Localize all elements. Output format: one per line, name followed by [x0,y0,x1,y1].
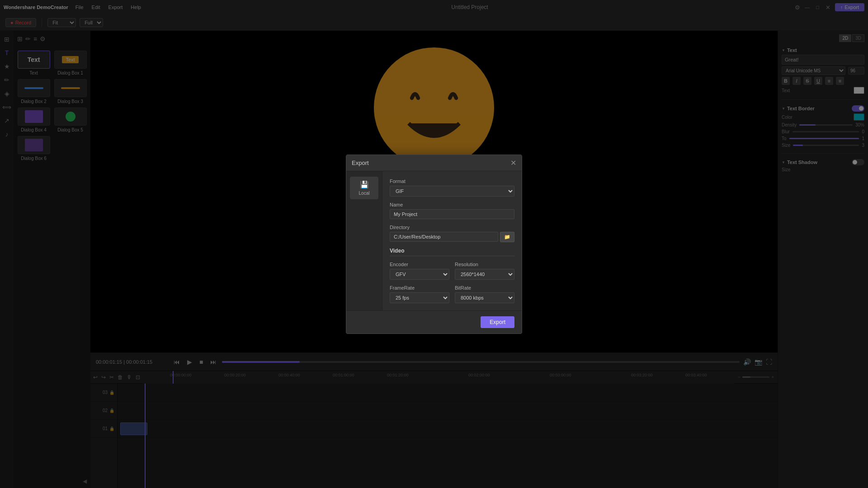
bitrate-label: BitRate [455,285,514,291]
modal-close-button[interactable]: ✕ [510,159,516,167]
modal-tab-local-label: Local [359,191,370,196]
framerate-bitrate-row: FrameRate 25 fps30 fps60 fps BitRate 800… [390,285,514,303]
directory-label: Directory [390,225,514,230]
resolution-select[interactable]: 2560*14401920*10801280*720 [455,269,514,280]
modal-header: Export ✕ [346,155,522,171]
framerate-label: FrameRate [390,285,449,291]
framerate-select[interactable]: 25 fps30 fps60 fps [390,292,449,303]
export-button[interactable]: Export [481,316,514,328]
directory-group: Directory 📁 [390,225,514,242]
bitrate-group: BitRate 8000 kbps4000 kbps12000 kbps [455,285,514,303]
modal-title: Export [352,160,369,166]
format-select[interactable]: GIF MP4MOVAVI [390,186,514,197]
resolution-label: Resolution [455,262,514,267]
framerate-group: FrameRate 25 fps30 fps60 fps [390,285,449,303]
video-section-title: Video [390,248,514,256]
name-group: Name [390,202,514,219]
directory-row: 📁 [390,232,514,242]
modal-content: Format GIF MP4MOVAVI Name Directory [382,171,522,310]
name-label: Name [390,202,514,207]
modal-footer: Export [346,310,522,333]
modal-body: 💾 Local Format GIF MP4MOVAVI Name [346,171,522,310]
name-input[interactable] [390,209,514,219]
encoder-select[interactable]: GFVH.264H.265 [390,269,449,280]
encoder-label: Encoder [390,262,449,267]
modal-sidebar: 💾 Local [346,171,382,310]
directory-input[interactable] [390,232,498,242]
encoder-resolution-row: Encoder GFVH.264H.265 Resolution 2560*14… [390,262,514,280]
resolution-group: Resolution 2560*14401920*10801280*720 [455,262,514,280]
export-modal: Export ✕ 💾 Local Format GIF MP4MOVAVI [346,155,522,334]
modal-tab-local[interactable]: 💾 Local [350,177,378,199]
browse-button[interactable]: 📁 [500,232,514,242]
bitrate-select[interactable]: 8000 kbps4000 kbps12000 kbps [455,292,514,303]
local-icon: 💾 [360,180,369,189]
encoder-group: Encoder GFVH.264H.265 [390,262,449,280]
format-group: Format GIF MP4MOVAVI [390,178,514,197]
format-label: Format [390,178,514,184]
modal-overlay: Export ✕ 💾 Local Format GIF MP4MOVAVI [0,0,868,488]
